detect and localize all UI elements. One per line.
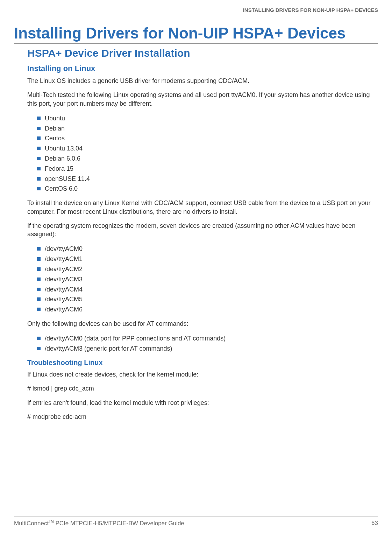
list-item: /dev/ttyACM6 (37, 304, 378, 315)
list-item: Centos (37, 133, 378, 143)
page-header: INSTALLING DRIVERS FOR NON-UIP HSPA+ DEV… (14, 7, 378, 16)
footer-left: MultiConnectTM PCIe MTPCIE-H5/MTPCIE-BW … (14, 520, 184, 527)
page-title: Installing Drivers for Non-UIP HSPA+ Dev… (14, 24, 378, 44)
paragraph: If entries aren't found, load the kernel… (27, 399, 378, 407)
paragraph: To install the device on any Linux Kerne… (27, 199, 378, 216)
command-text: # lsmod | grep cdc_acm (27, 384, 378, 393)
paragraph: Multi-Tech tested the following Linux op… (27, 91, 378, 108)
list-item: /dev/ttyACM5 (37, 294, 378, 304)
list-item: Debian (37, 124, 378, 134)
paragraph: If Linux does not create devices, check … (27, 370, 378, 379)
subheading-installing-linux: Installing on Linux (27, 64, 378, 73)
subheading-troubleshooting: Troubleshooting Linux (27, 359, 378, 367)
list-item: /dev/ttyACM1 (37, 254, 378, 264)
device-list: /dev/ttyACM0 /dev/ttyACM1 /dev/ttyACM2 /… (37, 244, 378, 315)
list-item: CentOS 6.0 (37, 184, 378, 194)
list-item: openSUSE 11.4 (37, 174, 378, 184)
list-item: /dev/ttyACM3 (generic port for AT comman… (37, 344, 378, 354)
page-footer: MultiConnectTM PCIe MTPCIE-H5/MTPCIE-BW … (14, 517, 378, 527)
list-item: /dev/ttyACM0 (data port for PPP connecti… (37, 333, 378, 344)
list-item: Ubuntu 13.04 (37, 143, 378, 154)
list-item: /dev/ttyACM4 (37, 284, 378, 295)
list-item: /dev/ttyACM0 (37, 244, 378, 254)
list-item: Fedora 15 (37, 164, 378, 174)
command-text: # modprobe cdc-acm (27, 413, 378, 421)
list-item: Debian 6.0.6 (37, 154, 378, 164)
page-number: 63 (371, 520, 378, 527)
section-heading: HSPA+ Device Driver Installation (27, 47, 378, 59)
list-item: /dev/ttyACM3 (37, 274, 378, 284)
paragraph: The Linux OS includes a generic USB driv… (27, 77, 378, 85)
list-item: /dev/ttyACM2 (37, 264, 378, 274)
paragraph: If the operating system recognizes the m… (27, 222, 378, 239)
at-commands-list: /dev/ttyACM0 (data port for PPP connecti… (37, 333, 378, 354)
list-item: Ubuntu (37, 113, 378, 124)
paragraph: Only the following devices can be used f… (27, 319, 378, 328)
os-list: Ubuntu Debian Centos Ubuntu 13.04 Debian… (37, 113, 378, 194)
